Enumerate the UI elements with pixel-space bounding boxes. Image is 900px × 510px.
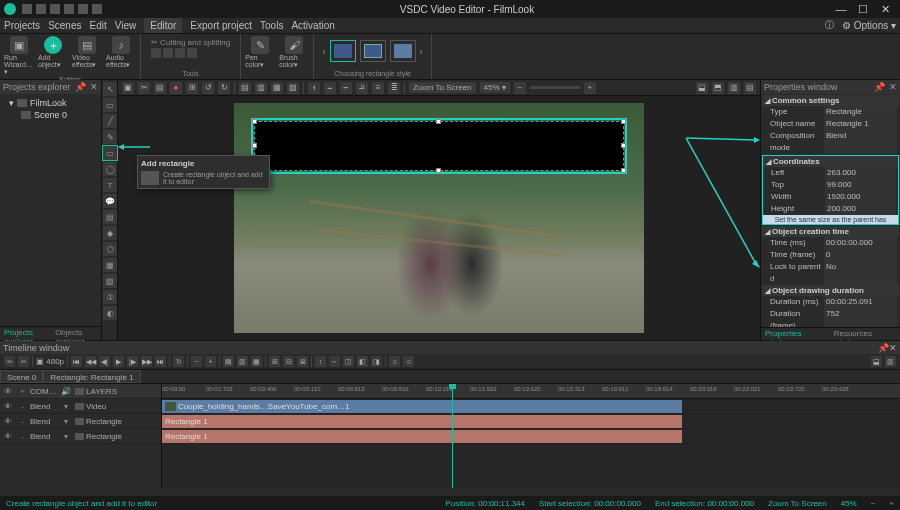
clip-rectangle[interactable]: Rectangle 1	[162, 430, 682, 443]
toolbar-button[interactable]: ⬒	[712, 82, 724, 94]
tl-button[interactable]: ▥	[885, 356, 896, 367]
blend-mode-select[interactable]: Blend	[30, 402, 58, 411]
shape-tool[interactable]: ▧	[103, 274, 117, 288]
time-input[interactable]: 00:00:00.000	[824, 237, 897, 249]
tl-button[interactable]: ⊠	[297, 356, 308, 367]
top-input[interactable]: 99.000	[825, 179, 896, 191]
style-swatch[interactable]	[360, 40, 386, 62]
counter-tool[interactable]: ①	[103, 290, 117, 304]
rectangle-tool[interactable]: ▭	[103, 146, 117, 160]
crop-tool[interactable]: ▭	[103, 98, 117, 112]
step-back-button[interactable]: ◀◀	[85, 356, 96, 367]
pin-icon[interactable]: 📌	[878, 343, 889, 353]
zoom-mode-dropdown[interactable]: Zoom To Screen	[409, 82, 476, 93]
close-icon[interactable]: ✕	[889, 343, 897, 353]
toolbar-button[interactable]: ▤	[154, 82, 166, 94]
duration-input[interactable]: 00:00:25.091	[824, 296, 897, 308]
maximize-button[interactable]: ☐	[852, 3, 874, 16]
resize-handle[interactable]	[621, 119, 626, 124]
left-input[interactable]: 263.000	[825, 167, 896, 179]
loop-button[interactable]: ↻	[173, 356, 184, 367]
align-button[interactable]: ≡	[372, 82, 384, 94]
resize-handle[interactable]	[436, 168, 441, 173]
chart-tool[interactable]: ▤	[103, 210, 117, 224]
line-tool[interactable]: ╱	[103, 114, 117, 128]
duration-frame-input[interactable]: 752	[824, 308, 897, 327]
shape-tool[interactable]: ◆	[103, 226, 117, 240]
tool-icon[interactable]	[151, 48, 161, 58]
zoom-out-button[interactable]: −	[514, 82, 526, 94]
audio-effects-button[interactable]: ♪Audio effects▾	[106, 36, 136, 76]
tl-button[interactable]: ◫	[343, 356, 354, 367]
rectangle-object[interactable]	[254, 121, 624, 171]
clip-rectangle[interactable]: Rectangle 1	[162, 415, 682, 428]
resize-handle[interactable]	[621, 168, 626, 173]
toolbar-button[interactable]: ↺	[202, 82, 214, 94]
skip-start-button[interactable]: ⏮	[71, 356, 82, 367]
toolbar-button[interactable]: ▤	[744, 82, 756, 94]
cutting-splitting-button[interactable]: ✂ Cutting and splitting	[151, 38, 230, 47]
shape-tool[interactable]: ▦	[103, 258, 117, 272]
tl-button[interactable]: ⎌	[403, 356, 414, 367]
visibility-toggle[interactable]: 👁	[0, 417, 15, 426]
menu-editor[interactable]: Editor	[144, 18, 182, 33]
shape-tool[interactable]: ⬠	[103, 242, 117, 256]
align-button[interactable]: ≣	[388, 82, 400, 94]
toolbar-button[interactable]: ⬓	[696, 82, 708, 94]
tl-button[interactable]: ⊟	[283, 356, 294, 367]
composition-mode-select[interactable]: Blend	[824, 130, 897, 154]
resize-handle[interactable]	[621, 143, 626, 148]
toolbar-button[interactable]: ✂	[138, 82, 150, 94]
toolbar-button[interactable]: ▦	[271, 82, 283, 94]
toolbar-button[interactable]: ▥	[728, 82, 740, 94]
tl-button[interactable]: ◨	[371, 356, 382, 367]
track-label[interactable]: Rectangle	[73, 417, 161, 426]
skip-end-button[interactable]: ⏭	[155, 356, 166, 367]
tl-button[interactable]: ↔	[329, 356, 340, 367]
align-button[interactable]: ⫡	[356, 82, 368, 94]
track-label[interactable]: Video	[73, 402, 161, 411]
ellipse-tool[interactable]: ◯	[103, 162, 117, 176]
next-style-button[interactable]: ›	[420, 46, 423, 57]
menu-export[interactable]: Export project	[190, 20, 252, 31]
tl-button[interactable]: ▤	[223, 356, 234, 367]
toolbar-button[interactable]: ▣	[122, 82, 134, 94]
playhead[interactable]	[452, 384, 453, 488]
tree-project-node[interactable]: ▾FilmLook	[3, 97, 98, 109]
toolbar-button[interactable]: ↻	[218, 82, 230, 94]
close-button[interactable]: ✕	[874, 3, 896, 16]
resize-handle[interactable]	[252, 119, 257, 124]
tl-button[interactable]: +	[205, 356, 216, 367]
qat-icon[interactable]	[78, 4, 88, 14]
blend-mode-select[interactable]: Blend	[30, 432, 58, 441]
style-swatch[interactable]	[390, 40, 416, 62]
resize-handle[interactable]	[252, 143, 257, 148]
toolbar-button[interactable]: ▥	[255, 82, 267, 94]
toolbar-button[interactable]: ▤	[239, 82, 251, 94]
set-same-size-button[interactable]: Set the same size as the parent has	[763, 215, 898, 224]
menu-activation[interactable]: Activation	[291, 20, 334, 31]
step-fwd-button[interactable]: ▶▶	[141, 356, 152, 367]
canvas-viewport[interactable]	[118, 96, 760, 340]
play-button[interactable]: ▶	[113, 356, 124, 367]
section-coordinates[interactable]: Coordinates	[763, 156, 898, 167]
zoom-out-button[interactable]: −	[871, 499, 876, 508]
zoom-in-button[interactable]: +	[584, 82, 596, 94]
tooltip-tool[interactable]: 💬	[103, 194, 117, 208]
video-effects-button[interactable]: ▤Video effects▾	[72, 36, 102, 76]
menu-tools[interactable]: Tools	[260, 20, 283, 31]
text-tool[interactable]: T	[103, 178, 117, 192]
align-button[interactable]: ⫠	[324, 82, 336, 94]
tl-button[interactable]: ▥	[237, 356, 248, 367]
time-frame-input[interactable]: 0	[824, 249, 897, 261]
pen-tool[interactable]: ✎	[103, 130, 117, 144]
qat-icon[interactable]	[36, 4, 46, 14]
minimize-button[interactable]: —	[830, 3, 852, 15]
tab-projects-explorer[interactable]: Projects explorer	[0, 327, 51, 340]
prev-style-button[interactable]: ‹	[322, 46, 325, 57]
section-creation-time[interactable]: Object creation time	[762, 226, 899, 237]
tl-button[interactable]: ⬓	[871, 356, 882, 367]
tl-button[interactable]: ✂	[4, 356, 15, 367]
brush-color-button[interactable]: 🖌Brush color▾	[279, 36, 309, 69]
tool-icon[interactable]	[187, 48, 197, 58]
